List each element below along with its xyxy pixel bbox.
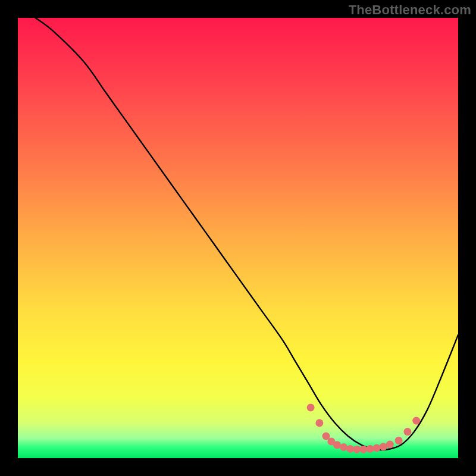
- highlight-dots: [307, 403, 421, 453]
- marker-dot: [359, 446, 367, 453]
- chart-stage: TheBottleneck.com: [0, 0, 476, 476]
- marker-dot: [386, 441, 394, 449]
- marker-dot: [395, 437, 403, 444]
- marker-dot: [307, 403, 315, 411]
- watermark-text: TheBottleneck.com: [349, 2, 471, 18]
- marker-dot: [373, 444, 381, 452]
- marker-dot: [412, 417, 420, 425]
- marker-dot: [353, 446, 361, 453]
- plot-area: [18, 18, 458, 458]
- marker-dot: [333, 441, 341, 449]
- curve-layer: [18, 18, 458, 458]
- marker-dot: [380, 443, 387, 450]
- marker-dot: [315, 419, 323, 427]
- marker-dot: [340, 443, 347, 451]
- marker-dot: [403, 428, 411, 436]
- bottleneck-curve: [36, 18, 458, 450]
- marker-dot: [346, 445, 354, 453]
- marker-dot: [367, 445, 374, 453]
